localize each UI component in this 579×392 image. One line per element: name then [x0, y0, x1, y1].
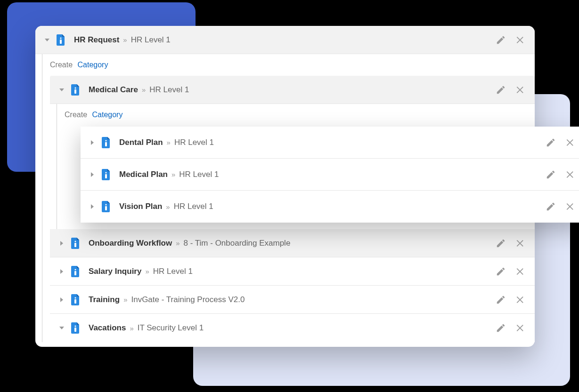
chevron-right-icon[interactable]: [58, 240, 65, 247]
category-subtitle: HR Level 1: [131, 35, 171, 45]
svg-rect-4: [105, 142, 107, 146]
breadcrumb-separator: »: [167, 138, 171, 146]
category-title: Dental Plan: [119, 138, 163, 147]
svg-point-17: [74, 325, 76, 327]
close-icon[interactable]: [515, 238, 526, 249]
svg-point-9: [105, 204, 106, 205]
edit-icon[interactable]: [545, 169, 556, 180]
svg-rect-16: [74, 328, 76, 332]
category-subtitle: HR Level 1: [179, 170, 219, 179]
breadcrumb-separator: »: [166, 203, 170, 211]
close-icon[interactable]: [515, 34, 526, 46]
category-row-training[interactable]: Training » InvGate - Training Process V2…: [50, 286, 535, 314]
category-title: Training: [89, 295, 120, 304]
category-title: Medical Plan: [119, 170, 168, 179]
category-title: HR Request: [74, 35, 119, 45]
breadcrumb-separator: »: [123, 296, 127, 304]
chevron-down-icon[interactable]: [58, 87, 65, 93]
breadcrumb-separator: »: [130, 324, 133, 332]
chevron-right-icon[interactable]: [89, 139, 96, 146]
create-link[interactable]: Category: [77, 61, 108, 69]
svg-rect-0: [60, 40, 62, 44]
chevron-down-icon[interactable]: [44, 37, 50, 43]
close-icon[interactable]: [565, 169, 576, 180]
svg-point-3: [74, 87, 76, 88]
create-category-link[interactable]: Create Category: [65, 104, 535, 126]
category-row-vacations[interactable]: Vacations » IT Security Level 1: [50, 314, 535, 342]
close-icon[interactable]: [515, 294, 526, 305]
close-icon[interactable]: [515, 84, 526, 96]
category-subtitle: HR Level 1: [153, 267, 193, 276]
category-title: Onboarding Workflow: [89, 239, 172, 248]
edit-icon[interactable]: [495, 294, 506, 305]
breadcrumb-separator: »: [142, 86, 146, 94]
close-icon[interactable]: [565, 201, 576, 212]
svg-point-1: [60, 37, 61, 39]
create-prefix: Create: [65, 111, 87, 119]
edit-icon[interactable]: [495, 84, 506, 96]
svg-rect-8: [105, 206, 107, 210]
category-row-vision-plan[interactable]: Vision Plan » HR Level 1: [81, 191, 579, 223]
breadcrumb-separator: »: [176, 239, 179, 247]
category-row-medical-plan[interactable]: Medical Plan » HR Level 1: [81, 159, 579, 191]
category-title: Vision Plan: [119, 202, 162, 211]
document-icon: [71, 322, 80, 334]
category-subtitle: HR Level 1: [149, 85, 189, 95]
svg-point-15: [74, 297, 76, 298]
document-icon: [101, 201, 111, 212]
edit-icon[interactable]: [545, 137, 556, 148]
breadcrumb-separator: »: [123, 36, 127, 44]
chevron-right-icon[interactable]: [58, 268, 65, 275]
category-row-dental-plan[interactable]: Dental Plan » HR Level 1: [81, 127, 579, 159]
svg-point-5: [105, 140, 106, 141]
svg-rect-6: [105, 174, 107, 178]
close-icon[interactable]: [515, 322, 526, 334]
create-link[interactable]: Category: [92, 111, 122, 119]
category-title: Salary Inquiry: [89, 267, 141, 276]
edit-icon[interactable]: [495, 238, 506, 249]
category-subtitle: HR Level 1: [174, 202, 213, 211]
chevron-down-icon[interactable]: [58, 325, 65, 331]
chevron-right-icon[interactable]: [89, 203, 96, 210]
svg-point-11: [74, 240, 76, 242]
document-icon: [71, 294, 80, 305]
category-row-onboarding-workflow[interactable]: Onboarding Workflow » 8 - Tim - Onboardi…: [50, 229, 535, 257]
close-icon[interactable]: [565, 137, 576, 148]
svg-rect-2: [74, 89, 76, 94]
close-icon[interactable]: [515, 266, 526, 277]
breadcrumb-separator: »: [145, 267, 149, 275]
subcategory-popup: Dental Plan » HR Level 1 Medical Plan » …: [81, 127, 579, 223]
category-subtitle: InvGate - Training Process V2.0: [131, 295, 245, 304]
svg-point-7: [105, 172, 106, 173]
svg-rect-14: [74, 299, 76, 304]
edit-icon[interactable]: [495, 266, 506, 277]
category-row-medical-care[interactable]: Medical Care » HR Level 1: [50, 76, 535, 104]
category-title: Medical Care: [89, 85, 138, 95]
svg-rect-12: [74, 271, 76, 275]
tree-level-2: Create Category Dental Plan » HR Level 1: [57, 104, 535, 229]
edit-icon[interactable]: [495, 34, 506, 46]
document-icon: [101, 137, 111, 148]
document-icon: [101, 169, 111, 180]
edit-icon[interactable]: [495, 322, 506, 334]
create-category-link[interactable]: Create Category: [50, 54, 535, 76]
edit-icon[interactable]: [545, 201, 556, 212]
category-subtitle: 8 - Tim - Onboarding Example: [184, 239, 291, 248]
chevron-right-icon[interactable]: [58, 296, 65, 303]
category-title: Vacations: [89, 323, 126, 333]
svg-point-13: [74, 269, 76, 270]
breadcrumb-separator: »: [171, 170, 175, 178]
document-icon: [71, 266, 80, 277]
chevron-right-icon[interactable]: [89, 171, 96, 178]
document-icon: [71, 84, 80, 96]
create-prefix: Create: [50, 61, 73, 69]
category-subtitle: IT Security Level 1: [138, 323, 204, 333]
category-row-salary-inquiry[interactable]: Salary Inquiry » HR Level 1: [50, 257, 535, 286]
document-icon: [71, 238, 80, 249]
category-subtitle: HR Level 1: [174, 138, 214, 147]
tree-level-1: Create Category Medical Care » HR Level …: [42, 54, 535, 342]
svg-rect-10: [74, 243, 76, 247]
category-tree-panel: HR Request » HR Level 1 Create Category …: [35, 26, 535, 347]
category-row-hr-request[interactable]: HR Request » HR Level 1: [35, 26, 535, 54]
document-icon: [56, 34, 65, 46]
